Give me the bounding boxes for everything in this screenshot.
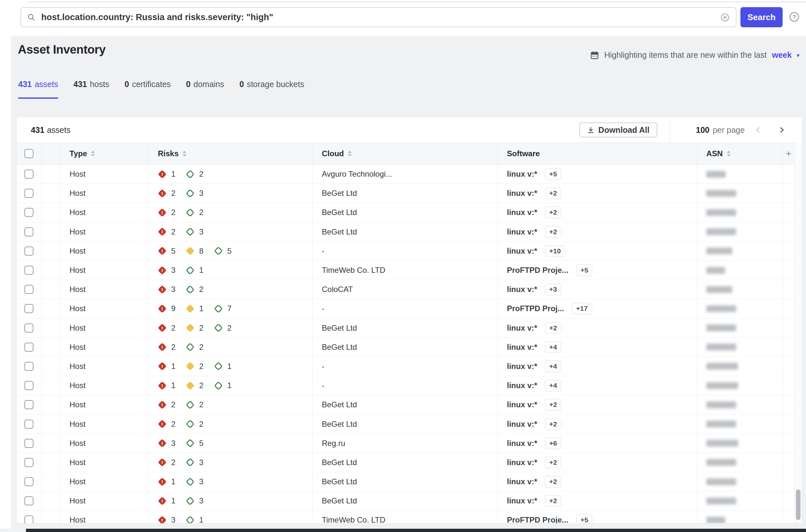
cell-risks: !22 <box>149 395 313 414</box>
row-checkbox[interactable] <box>24 400 34 409</box>
cell-type: Host <box>60 434 149 453</box>
risk-count: 1 <box>199 304 203 313</box>
risk-high-icon: ! <box>158 208 167 217</box>
column-header-software[interactable]: Software <box>498 143 697 164</box>
software-more-badge[interactable]: +5 <box>576 264 592 276</box>
highlight-period-dropdown[interactable]: week <box>772 50 792 60</box>
table-scrollbar-thumb[interactable] <box>796 490 801 520</box>
row-checkbox[interactable] <box>24 208 34 217</box>
software-more-badge[interactable]: +3 <box>545 284 561 295</box>
risk-count: 7 <box>227 304 232 313</box>
row-checkbox[interactable] <box>24 227 34 236</box>
row-checkbox[interactable] <box>24 362 34 371</box>
column-header-risks[interactable]: Risks <box>149 143 313 164</box>
software-more-badge[interactable]: +4 <box>545 341 561 353</box>
cell-asn <box>697 395 783 414</box>
risk-count: 5 <box>171 247 175 255</box>
clear-search-icon[interactable] <box>721 13 729 22</box>
help-icon[interactable]: ? <box>789 12 800 22</box>
sort-icon[interactable] <box>727 151 731 156</box>
software-more-badge[interactable]: +10 <box>545 245 565 257</box>
tab-assets[interactable]: 431 assets <box>18 80 58 99</box>
column-label: Risks <box>158 149 179 158</box>
row-checkbox[interactable] <box>24 266 34 275</box>
highlight-setting: Highlighting items that are new within t… <box>590 50 801 60</box>
software-more-badge[interactable]: +6 <box>545 437 561 449</box>
table-scrollbar-track <box>794 142 802 523</box>
row-checkbox[interactable] <box>24 343 34 352</box>
asn-redacted <box>706 267 725 274</box>
table-row: Host !222 BeGet Ltd linux v:* +2 <box>17 319 802 338</box>
row-checkbox[interactable] <box>24 439 34 448</box>
row-checkbox[interactable] <box>24 381 34 390</box>
column-header-cloud[interactable]: Cloud <box>313 143 498 164</box>
row-checkbox[interactable] <box>24 170 34 178</box>
row-checkbox[interactable] <box>24 420 34 429</box>
cell-risks: !121 <box>149 376 313 395</box>
cell-expander <box>42 184 60 203</box>
software-more-badge[interactable]: +2 <box>545 495 561 507</box>
sort-icon[interactable] <box>183 151 186 156</box>
row-checkbox[interactable] <box>24 458 34 467</box>
software-more-badge[interactable]: +5 <box>576 514 592 524</box>
risk-low-icon <box>186 458 194 467</box>
row-checkbox[interactable] <box>24 189 34 198</box>
chevron-right-icon[interactable] <box>778 126 786 134</box>
chevron-left-icon[interactable] <box>754 126 762 134</box>
software-more-badge[interactable]: +4 <box>545 380 561 392</box>
exclamation-glyph: ! <box>161 248 163 253</box>
column-header-asn[interactable]: ASN <box>697 143 783 164</box>
risk-high-icon: ! <box>158 381 167 390</box>
tab-label: domains <box>194 80 224 90</box>
search-input[interactable] <box>41 12 721 23</box>
software-more-badge[interactable]: +2 <box>545 226 561 238</box>
column-header-type[interactable]: Type <box>60 143 149 164</box>
cell-expander <box>42 319 60 338</box>
software-more-badge[interactable]: +2 <box>545 187 561 199</box>
tab-domains[interactable]: 0 domains <box>186 80 224 99</box>
exclamation-glyph: ! <box>161 325 163 330</box>
software-more-badge[interactable]: +2 <box>545 476 561 488</box>
cell-add <box>783 223 794 241</box>
risk-count: 3 <box>199 458 203 467</box>
row-checkbox[interactable] <box>24 323 34 332</box>
per-page-value[interactable]: 100 <box>696 126 710 135</box>
risk-low-icon <box>186 189 194 198</box>
sort-icon[interactable] <box>91 151 95 156</box>
software-name: ProFTPD Proje... <box>507 515 568 524</box>
risk-high: !3 <box>158 266 175 275</box>
tab-hosts[interactable]: 431 hosts <box>73 80 109 99</box>
sort-icon[interactable] <box>348 151 352 156</box>
tab-certificates[interactable]: 0 certificates <box>124 80 171 99</box>
select-all-checkbox[interactable] <box>24 149 34 158</box>
table-header-row: Type Risks Cloud Software ASN + <box>17 143 802 165</box>
row-checkbox[interactable] <box>24 304 34 313</box>
software-more-badge[interactable]: +5 <box>545 168 561 180</box>
row-checkbox[interactable] <box>24 477 34 486</box>
software-more-badge[interactable]: +4 <box>545 361 561 372</box>
tab-storage-buckets[interactable]: 0 storage buckets <box>239 80 304 99</box>
cell-cloud: BeGet Ltd <box>313 491 498 510</box>
row-checkbox[interactable] <box>24 496 34 506</box>
software-more-badge[interactable]: +2 <box>545 399 561 411</box>
cell-add <box>783 338 794 357</box>
software-more-badge[interactable]: +17 <box>572 303 592 315</box>
download-all-button[interactable]: Download All <box>579 122 657 137</box>
row-checkbox[interactable] <box>24 285 34 294</box>
cell-asn <box>697 434 783 453</box>
tab-label: certificates <box>132 80 171 90</box>
search-button[interactable]: Search <box>741 7 783 27</box>
software-more-badge[interactable]: +2 <box>545 418 561 430</box>
search-box[interactable] <box>20 7 736 27</box>
software-more-badge[interactable]: +2 <box>545 457 561 468</box>
software-more-badge[interactable]: +2 <box>545 207 561 218</box>
exclamation-glyph: ! <box>161 306 163 311</box>
cell-add <box>783 203 794 222</box>
software-more-badge[interactable]: +2 <box>545 322 561 334</box>
cell-software: linux v:* +2 <box>498 319 697 338</box>
row-checkbox[interactable] <box>24 247 34 255</box>
row-checkbox[interactable] <box>24 515 34 524</box>
risk-low-icon <box>214 304 223 313</box>
cell-asn <box>697 184 783 203</box>
add-column-icon[interactable]: + <box>786 148 791 159</box>
